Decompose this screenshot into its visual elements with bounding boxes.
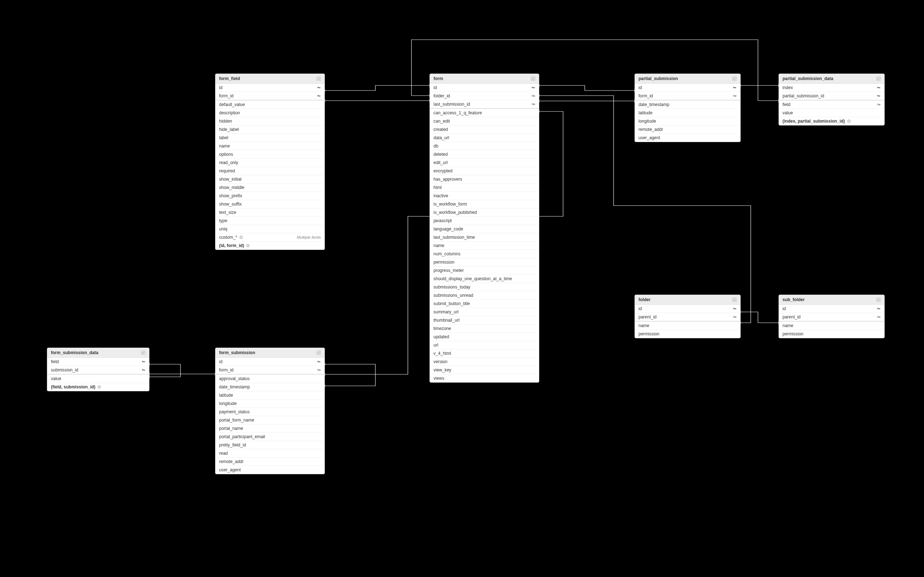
entity-row[interactable]: can_edit	[430, 117, 539, 125]
entity-form_submission[interactable]: form_submissionidform_idapproval_statusd…	[215, 348, 325, 474]
entity-row[interactable]: javascript	[430, 216, 539, 225]
entity-row[interactable]: id	[215, 84, 325, 92]
entity-row[interactable]: created	[430, 125, 539, 134]
entity-row[interactable]: read	[215, 449, 325, 457]
entity-row[interactable]: view_key	[430, 366, 539, 374]
entity-form[interactable]: formidfolder_idlast_submission_idcan_acc…	[430, 74, 539, 383]
entity-row[interactable]: custom_*Multiple fields	[215, 233, 325, 241]
entity-row[interactable]: name	[635, 321, 740, 330]
entity-row[interactable]: options	[215, 150, 325, 158]
entity-row[interactable]: approval_status	[215, 374, 325, 383]
entity-row[interactable]: show_initial	[215, 175, 325, 183]
entity-row[interactable]: has_approvers	[430, 175, 539, 183]
entity-row[interactable]: required	[215, 167, 325, 175]
entity-row[interactable]: can_access_1_q_feature	[430, 108, 539, 117]
entity-row[interactable]: id	[430, 84, 539, 92]
entity-row[interactable]: submissions_unread	[430, 291, 539, 299]
external-link-icon[interactable]	[317, 76, 321, 81]
entity-row[interactable]: name	[779, 321, 884, 330]
entity-row[interactable]: edit_url	[430, 158, 539, 167]
entity-header[interactable]: sub_folder	[779, 295, 884, 305]
entity-row[interactable]: summary_url	[430, 308, 539, 316]
entity-form_submission_data[interactable]: form_submission_datafieldsubmission_idva…	[47, 348, 149, 391]
entity-row[interactable]: (id, form_id)	[215, 241, 325, 250]
entity-row[interactable]: description	[215, 108, 325, 117]
entity-row[interactable]: html	[430, 183, 539, 192]
entity-row[interactable]: pretty_field_id	[215, 441, 325, 449]
entity-row[interactable]: (index, partial_submission_id)	[779, 117, 884, 125]
entity-row[interactable]: date_timestamp	[215, 383, 325, 391]
entity-row[interactable]: value	[779, 108, 884, 117]
entity-row[interactable]: v_4_html	[430, 349, 539, 357]
entity-sub_folder[interactable]: sub_folderidparent_idnamepermission	[779, 295, 885, 338]
entity-form_field[interactable]: form_fieldidform_iddefault_valuedescript…	[215, 74, 325, 250]
entity-row[interactable]: name	[430, 241, 539, 250]
entity-row[interactable]: submissions_today	[430, 283, 539, 291]
entity-row[interactable]: show_suffix	[215, 200, 325, 208]
entity-row[interactable]: timezone	[430, 324, 539, 332]
entity-row[interactable]: permission	[430, 258, 539, 266]
external-link-icon[interactable]	[531, 76, 535, 81]
external-link-icon[interactable]	[141, 351, 145, 355]
entity-row[interactable]: version	[430, 357, 539, 366]
entity-row[interactable]: portal_name	[215, 424, 325, 432]
entity-row[interactable]: uniq	[215, 225, 325, 233]
entity-row[interactable]: id	[779, 305, 884, 313]
entity-header[interactable]: folder	[635, 295, 740, 305]
entity-row[interactable]: data_url	[430, 134, 539, 142]
entity-row[interactable]: payment_status	[215, 408, 325, 416]
entity-row[interactable]: partial_submission_id	[779, 92, 884, 100]
entity-row[interactable]: url	[430, 341, 539, 349]
entity-row[interactable]: parent_id	[779, 313, 884, 321]
entity-row[interactable]: date_timestamp	[635, 100, 740, 108]
entity-header[interactable]: partial_submission	[635, 74, 740, 84]
entity-row[interactable]: views	[430, 374, 539, 382]
entity-header[interactable]: form_submission_data	[47, 348, 149, 358]
entity-row[interactable]: id	[635, 305, 740, 313]
entity-row[interactable]: should_display_one_question_at_a_time	[430, 274, 539, 283]
entity-partial_submission_data[interactable]: partial_submission_dataindexpartial_subm…	[779, 74, 885, 126]
entity-row[interactable]: form_id	[215, 92, 325, 100]
entity-row[interactable]: folder_id	[430, 92, 539, 100]
entity-row[interactable]: form_id	[635, 92, 740, 100]
entity-row[interactable]: num_columns	[430, 250, 539, 258]
entity-row[interactable]: thumbnail_url	[430, 316, 539, 324]
entity-row[interactable]: user_agent	[215, 466, 325, 474]
entity-header[interactable]: form_field	[215, 74, 325, 84]
entity-row[interactable]: permission	[779, 330, 884, 338]
entity-row[interactable]: remote_addr	[215, 457, 325, 466]
external-link-icon[interactable]	[876, 298, 881, 302]
entity-row[interactable]: type	[215, 216, 325, 225]
entity-row[interactable]: form_id	[215, 366, 325, 374]
external-link-icon[interactable]	[317, 351, 321, 355]
entity-row[interactable]: parent_id	[635, 313, 740, 321]
entity-partial_submission[interactable]: partial_submissionidform_iddate_timestam…	[635, 74, 741, 142]
entity-row[interactable]: submission_id	[47, 366, 149, 374]
entity-row[interactable]: field	[47, 358, 149, 366]
entity-header[interactable]: form_submission	[215, 348, 325, 358]
entity-row[interactable]: latitude	[635, 108, 740, 117]
entity-row[interactable]: db	[430, 142, 539, 150]
entity-row[interactable]: read_only	[215, 158, 325, 167]
entity-row[interactable]: value	[47, 374, 149, 383]
entity-header[interactable]: form	[430, 74, 539, 84]
entity-row[interactable]: user_agent	[635, 134, 740, 142]
entity-row[interactable]: (field, submission_id)	[47, 383, 149, 391]
entity-row[interactable]: updated	[430, 332, 539, 341]
external-link-icon[interactable]	[732, 298, 737, 302]
entity-row[interactable]: longitude	[635, 117, 740, 125]
entity-row[interactable]: permission	[635, 330, 740, 338]
external-link-icon[interactable]	[732, 76, 737, 81]
entity-row[interactable]: hide_label	[215, 125, 325, 134]
entity-row[interactable]: submit_button_title	[430, 299, 539, 308]
entity-row[interactable]: portal_participant_email	[215, 432, 325, 441]
entity-row[interactable]: is_workflow_published	[430, 208, 539, 216]
entity-folder[interactable]: folderidparent_idnamepermission	[635, 295, 741, 338]
entity-header[interactable]: partial_submission_data	[779, 74, 884, 84]
entity-row[interactable]: last_submission_id	[430, 100, 539, 108]
entity-row[interactable]: id	[635, 84, 740, 92]
entity-row[interactable]: remote_addr	[635, 125, 740, 134]
entity-row[interactable]: latitude	[215, 391, 325, 399]
entity-row[interactable]: name	[215, 142, 325, 150]
external-link-icon[interactable]	[876, 76, 881, 81]
